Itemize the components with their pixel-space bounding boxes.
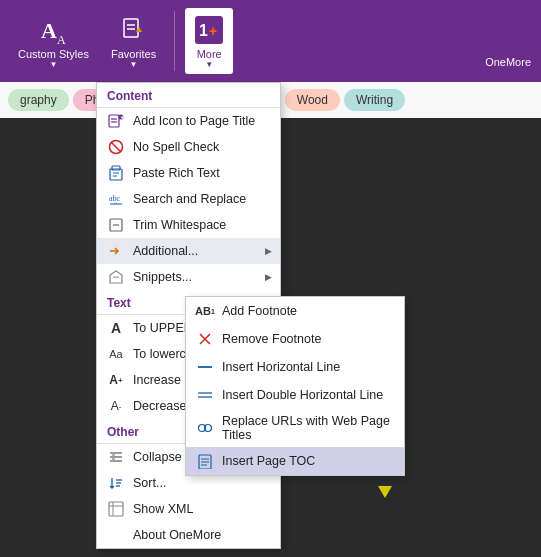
show-xml-label: Show XML: [133, 502, 193, 516]
svg-text:A: A: [57, 33, 66, 44]
svg-text:+: +: [209, 23, 217, 39]
insert-double-horizontal-item[interactable]: Insert Double Horizontal Line: [186, 381, 404, 409]
svg-line-14: [111, 142, 121, 152]
additional-icon: [107, 242, 125, 260]
decrease-font-icon: A-: [107, 397, 125, 415]
snippets-icon: [107, 268, 125, 286]
remove-footnote-icon: [196, 330, 214, 348]
content-area: Content ★ Add Icon to Page Title: [0, 118, 541, 557]
insert-horizontal-icon: [196, 358, 214, 376]
insert-horizontal-label: Insert Horizontal Line: [222, 360, 340, 374]
additional-menu-item[interactable]: Additional...: [97, 238, 280, 264]
snippets-menu-item[interactable]: Snippets...: [97, 264, 280, 290]
search-replace-menu-item[interactable]: abc ↔ Search and Replace: [97, 186, 280, 212]
insert-horizontal-item[interactable]: Insert Horizontal Line: [186, 353, 404, 381]
custom-styles-icon: A A: [37, 14, 69, 46]
svg-text:★: ★: [120, 114, 125, 120]
insert-double-horizontal-label: Insert Double Horizontal Line: [222, 388, 383, 402]
add-footnote-item[interactable]: AB1 Add Footnote: [186, 297, 404, 325]
no-spell-icon: [107, 138, 125, 156]
to-lowercase-icon: Aa: [107, 345, 125, 363]
paste-rich-label: Paste Rich Text: [133, 166, 220, 180]
show-xml-icon: [107, 500, 125, 518]
toolbar: A A Custom Styles ▼ Favorites ▼ 1 +: [0, 0, 541, 82]
trim-whitespace-icon: [107, 216, 125, 234]
no-spell-menu-item[interactable]: No Spell Check: [97, 134, 280, 160]
cursor: [378, 486, 392, 498]
insert-toc-item[interactable]: Insert Page TOC: [186, 447, 404, 475]
add-footnote-icon: AB1: [196, 302, 214, 320]
paste-rich-menu-item[interactable]: Paste Rich Text: [97, 160, 280, 186]
paste-rich-icon: [107, 164, 125, 182]
increase-font-icon: A+: [107, 371, 125, 389]
sort-label: Sort...: [133, 476, 166, 490]
replace-urls-item[interactable]: Replace URLs with Web Page Titles: [186, 409, 404, 447]
svg-text:A: A: [41, 18, 57, 43]
about-icon: [107, 526, 125, 544]
replace-urls-label: Replace URLs with Web Page Titles: [222, 414, 394, 442]
replace-urls-icon: [196, 419, 214, 437]
add-icon-icon: ★: [107, 112, 125, 130]
add-footnote-label: Add Footnote: [222, 304, 297, 318]
snippets-label: Snippets...: [133, 270, 192, 284]
favorites-button[interactable]: Favorites ▼: [103, 8, 164, 74]
favorites-label: Favorites: [111, 48, 156, 60]
additional-label: Additional...: [133, 244, 198, 258]
about-label: About OneMore: [133, 528, 221, 542]
search-replace-label: Search and Replace: [133, 192, 246, 206]
svg-rect-8: [109, 115, 119, 127]
svg-rect-33: [109, 502, 123, 516]
add-icon-menu-item[interactable]: ★ Add Icon to Page Title: [97, 108, 280, 134]
insert-double-horizontal-icon: [196, 386, 214, 404]
show-xml-menu-item[interactable]: Show XML: [97, 496, 280, 522]
svg-rect-2: [124, 19, 138, 37]
trim-whitespace-menu-item[interactable]: Trim Whitespace: [97, 212, 280, 238]
remove-footnote-label: Remove Footnote: [222, 332, 321, 346]
to-uppercase-icon: A: [107, 319, 125, 337]
more-label: More: [197, 48, 222, 60]
svg-rect-16: [110, 169, 122, 180]
remove-footnote-item[interactable]: Remove Footnote: [186, 325, 404, 353]
search-replace-icon: abc ↔: [107, 190, 125, 208]
toolbar-separator: [174, 11, 175, 71]
content-section-header: Content: [97, 83, 280, 108]
tag-writing[interactable]: Writing: [344, 89, 405, 111]
about-menu-item[interactable]: About OneMore: [97, 522, 280, 548]
more-icon: 1 +: [193, 14, 225, 46]
custom-styles-button[interactable]: A A Custom Styles ▼: [10, 8, 97, 74]
no-spell-label: No Spell Check: [133, 140, 219, 154]
add-icon-label: Add Icon to Page Title: [133, 114, 255, 128]
sort-icon: [107, 474, 125, 492]
tag-graphy[interactable]: graphy: [8, 89, 69, 111]
trim-whitespace-label: Trim Whitespace: [133, 218, 226, 232]
svg-text:↔: ↔: [113, 200, 119, 206]
tag-wood[interactable]: Wood: [285, 89, 340, 111]
onenote-label: OneMore: [485, 56, 531, 74]
custom-styles-label: Custom Styles: [18, 48, 89, 60]
submenu: AB1 Add Footnote Remove Footnote Insert …: [185, 296, 405, 476]
svg-text:1: 1: [199, 22, 208, 39]
favorites-icon: [118, 14, 150, 46]
insert-toc-icon: [196, 452, 214, 470]
more-button[interactable]: 1 + More ▼: [185, 8, 233, 74]
insert-toc-label: Insert Page TOC: [222, 454, 315, 468]
collapse-pages-icon: [107, 448, 125, 466]
